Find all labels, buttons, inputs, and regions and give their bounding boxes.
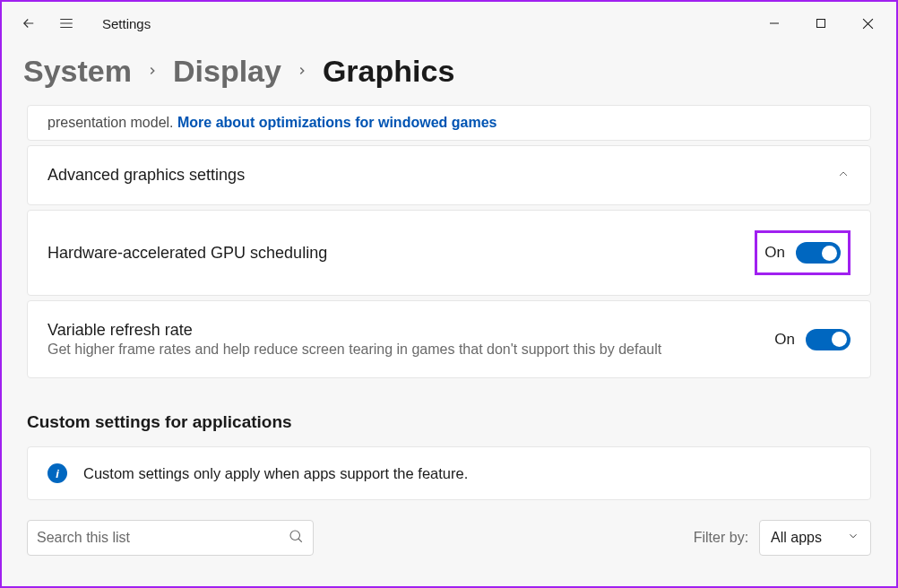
variable-refresh-card: Variable refresh rate Get higher frame r… (27, 300, 871, 378)
filter-select-value: All apps (771, 530, 822, 546)
maximize-button[interactable] (810, 13, 832, 34)
window-controls (764, 13, 896, 34)
search-input[interactable] (37, 530, 281, 546)
partial-text: presentation model. (47, 115, 174, 130)
highlight-annotation: On (755, 230, 851, 275)
chevron-up-icon (836, 167, 851, 185)
info-card: i Custom settings only apply when apps s… (27, 446, 871, 500)
minimize-icon (769, 18, 780, 29)
custom-settings-heading: Custom settings for applications (27, 412, 871, 432)
svg-point-1 (290, 531, 300, 540)
gpu-toggle[interactable] (796, 242, 841, 264)
svg-rect-0 (817, 20, 825, 28)
toggle-thumb (832, 332, 847, 347)
titlebar-left: Settings (2, 13, 151, 34)
breadcrumb-system[interactable]: System (23, 54, 132, 89)
more-about-link[interactable]: More about optimizations for windowed ga… (177, 115, 496, 130)
breadcrumb-display[interactable]: Display (173, 54, 281, 89)
chevron-right-icon (296, 61, 308, 82)
chevron-right-icon (146, 61, 159, 82)
close-button[interactable] (857, 13, 878, 34)
minimize-button[interactable] (764, 13, 785, 34)
gpu-scheduling-text: Hardware-accelerated GPU scheduling (47, 244, 737, 263)
search-icon (288, 528, 304, 548)
info-icon: i (47, 463, 67, 483)
info-text: Custom settings only apply when apps sup… (83, 465, 468, 482)
hamburger-icon (58, 15, 74, 31)
gpu-scheduling-card: Hardware-accelerated GPU scheduling On (27, 210, 871, 296)
title-bar: Settings (2, 2, 896, 45)
gpu-toggle-group: On (764, 242, 841, 264)
gpu-scheduling-title: Hardware-accelerated GPU scheduling (47, 244, 737, 263)
filter-by-label: Filter by: (694, 530, 748, 546)
filter-select[interactable]: All apps (759, 520, 871, 556)
back-button[interactable] (18, 13, 39, 34)
breadcrumb: System Display Graphics (2, 45, 896, 105)
menu-button[interactable] (56, 13, 77, 34)
chevron-down-icon (847, 530, 859, 546)
breadcrumb-graphics: Graphics (323, 54, 454, 89)
close-icon (862, 18, 874, 30)
filter-right: Filter by: All apps (694, 520, 871, 556)
vrr-toggle[interactable] (806, 329, 851, 350)
advanced-graphics-header-card: Advanced graphics settings (27, 145, 871, 205)
maximize-icon (816, 18, 826, 29)
windowed-games-card-partial[interactable]: presentation model. More about optimizat… (27, 105, 871, 141)
advanced-graphics-title: Advanced graphics settings (47, 166, 245, 185)
advanced-graphics-header[interactable]: Advanced graphics settings (28, 146, 870, 204)
variable-refresh-desc: Get higher frame rates and help reduce s… (47, 342, 756, 358)
app-title: Settings (102, 16, 151, 31)
filter-row: Filter by: All apps (27, 520, 871, 559)
variable-refresh-title: Variable refresh rate (47, 321, 756, 340)
vrr-toggle-state: On (774, 331, 795, 349)
content-area: presentation model. More about optimizat… (2, 105, 896, 559)
gpu-toggle-state: On (764, 244, 785, 262)
vrr-toggle-group: On (774, 329, 851, 350)
toggle-thumb (822, 246, 837, 261)
gpu-scheduling-row: Hardware-accelerated GPU scheduling On (28, 211, 870, 295)
variable-refresh-row: Variable refresh rate Get higher frame r… (28, 301, 870, 377)
search-box[interactable] (27, 520, 314, 556)
back-arrow-icon (21, 15, 37, 31)
variable-refresh-text: Variable refresh rate Get higher frame r… (47, 321, 756, 358)
